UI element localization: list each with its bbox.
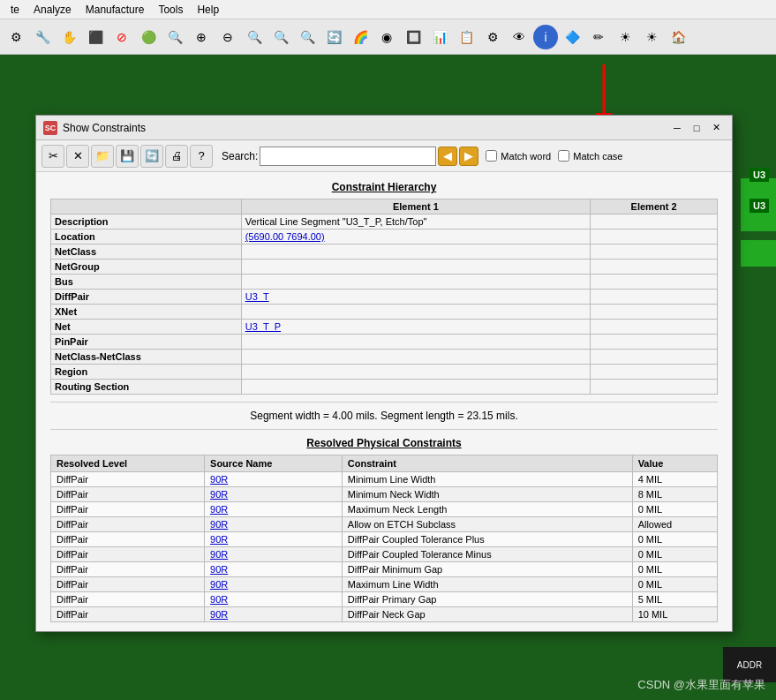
tool-print[interactable]: 🖨 [165, 145, 188, 168]
menu-manufacture[interactable]: Manufacture [79, 2, 152, 18]
rpc-source-link[interactable]: 90R [210, 519, 228, 530]
rpc-source-link[interactable]: 90R [210, 474, 228, 485]
resolved-physical-table: Resolved Level Source Name Constraint Va… [50, 455, 718, 622]
match-word-label: Match word [501, 151, 551, 162]
menu-analyze[interactable]: Analyze [26, 2, 79, 18]
rpc-source-link[interactable]: 90R [210, 504, 228, 515]
rpc-row-value: Allowed [632, 517, 717, 532]
ch-row-elem2 [591, 215, 718, 230]
toolbar-icon-14[interactable]: 🌈 [348, 25, 373, 49]
ch-row-elem1[interactable]: U3_T_P [241, 320, 590, 335]
tool-close[interactable]: ✕ [66, 145, 89, 168]
ch-header-elem1: Element 1 [241, 199, 590, 215]
ch-row-elem1 [241, 350, 590, 365]
match-case-group: Match case [558, 150, 622, 162]
toolbar-icon-8[interactable]: ⊕ [189, 25, 214, 49]
rpc-source-link[interactable]: 90R [210, 564, 228, 575]
tool-open[interactable]: 📁 [91, 145, 114, 168]
rpc-row-value: 0 MIL [632, 547, 717, 562]
rpc-source-link[interactable]: 90R [210, 489, 228, 500]
toolbar-icon-17[interactable]: 📊 [427, 25, 452, 49]
menu-help[interactable]: Help [190, 2, 226, 18]
rpc-row-source[interactable]: 90R [205, 472, 343, 487]
rpc-row-value: 10 MIL [632, 607, 717, 622]
rpc-row-value: 0 MIL [632, 562, 717, 577]
toolbar-icon-3[interactable]: ✋ [57, 25, 81, 49]
rpc-row-value: 8 MIL [632, 487, 717, 502]
rpc-source-link[interactable]: 90R [210, 549, 228, 560]
toolbar-icon-26[interactable]: 🏠 [666, 25, 690, 49]
ch-row-elem1 [241, 335, 590, 350]
rpc-row-source[interactable]: 90R [205, 502, 343, 517]
rpc-row-source[interactable]: 90R [205, 532, 343, 547]
toolbar-icon-23[interactable]: ✏ [586, 25, 611, 49]
ch-row-elem2 [591, 305, 718, 320]
toolbar-icon-16[interactable]: 🔲 [401, 25, 426, 49]
tool-scissors[interactable]: ✂ [41, 145, 64, 168]
toolbar-icon-22[interactable]: 🔷 [560, 25, 584, 49]
ch-row-link[interactable]: U3_T [245, 291, 269, 302]
constraint-hierarchy-table: Element 1 Element 2 DescriptionVertical … [50, 199, 718, 395]
search-label: Search: [222, 150, 258, 162]
rpc-row-level: DiffPair [51, 607, 205, 622]
rpc-row-constraint: DiffPair Minimum Gap [342, 562, 632, 577]
toolbar-icon-9[interactable]: ⊖ [215, 25, 240, 49]
search-prev-button[interactable]: ◀ [438, 147, 457, 166]
toolbar-icon-10[interactable]: 🔍 [242, 25, 267, 49]
ch-row-elem1 [241, 260, 590, 275]
toolbar-icon-6[interactable]: 🟢 [136, 25, 161, 49]
toolbar-icon-18[interactable]: 📋 [454, 25, 478, 49]
toolbar-icon-20[interactable]: 👁 [507, 25, 531, 49]
rpc-row-source[interactable]: 90R [205, 577, 343, 592]
minimize-button[interactable]: ─ [668, 119, 686, 137]
toolbar-icon-1[interactable]: ⚙ [4, 25, 28, 49]
ch-row-link[interactable]: U3_T_P [245, 321, 281, 332]
tool-refresh[interactable]: 🔄 [140, 145, 163, 168]
menu-tools[interactable]: Tools [151, 2, 190, 18]
rpc-row-source[interactable]: 90R [205, 517, 343, 532]
rpc-row-value: 5 MIL [632, 592, 717, 607]
toolbar-icon-21[interactable]: i [533, 25, 558, 49]
ch-row-elem1[interactable]: U3_T [241, 290, 590, 305]
rpc-row-constraint: Allow on ETCH Subclass [342, 517, 632, 532]
toolbar-icon-2[interactable]: 🔧 [30, 25, 55, 49]
ch-row-elem1[interactable]: (5690.00 7694.00) [241, 230, 590, 245]
toolbar-icon-5[interactable]: ⊘ [109, 25, 134, 49]
rpc-row-source[interactable]: 90R [205, 592, 343, 607]
toolbar-icon-4[interactable]: ⬛ [83, 25, 108, 49]
rpc-row-constraint: Maximum Line Width [342, 577, 632, 592]
ch-row-link[interactable]: (5690.00 7694.00) [245, 231, 325, 242]
tool-help[interactable]: ? [190, 145, 213, 168]
rpc-header-constraint: Constraint [342, 455, 632, 472]
rpc-row-source[interactable]: 90R [205, 562, 343, 577]
rpc-row-constraint: Minimum Line Width [342, 472, 632, 487]
rpc-row-source[interactable]: 90R [205, 607, 343, 622]
menu-te[interactable]: te [4, 2, 26, 18]
search-next-button[interactable]: ▶ [459, 147, 478, 166]
close-button[interactable]: ✕ [707, 119, 725, 137]
match-case-checkbox[interactable] [558, 150, 569, 162]
rpc-row-level: DiffPair [51, 517, 205, 532]
side-label-u3-2: U3 [750, 199, 769, 213]
toolbar-icon-24[interactable]: ☀ [613, 25, 637, 49]
toolbar-icon-15[interactable]: ◉ [374, 25, 399, 49]
rpc-source-link[interactable]: 90R [210, 594, 228, 605]
match-word-checkbox[interactable] [486, 150, 497, 162]
toolbar-icon-25[interactable]: ☀ [639, 25, 664, 49]
toolbar-icon-12[interactable]: 🔍 [295, 25, 320, 49]
search-input[interactable] [260, 147, 436, 166]
ch-row-elem2 [591, 230, 718, 245]
rpc-row-source[interactable]: 90R [205, 487, 343, 502]
toolbar-icon-7[interactable]: 🔍 [162, 25, 187, 49]
toolbar-icon-11[interactable]: 🔍 [268, 25, 293, 49]
rpc-row-source[interactable]: 90R [205, 547, 343, 562]
rpc-source-link[interactable]: 90R [210, 609, 228, 620]
ch-row-elem2 [591, 260, 718, 275]
rpc-source-link[interactable]: 90R [210, 579, 228, 590]
maximize-button[interactable]: □ [688, 119, 705, 137]
rpc-source-link[interactable]: 90R [210, 534, 228, 545]
ch-row-label: Region [51, 365, 242, 380]
tool-save[interactable]: 💾 [116, 145, 139, 168]
toolbar-icon-19[interactable]: ⚙ [480, 25, 505, 49]
toolbar-icon-13[interactable]: 🔄 [321, 25, 346, 49]
